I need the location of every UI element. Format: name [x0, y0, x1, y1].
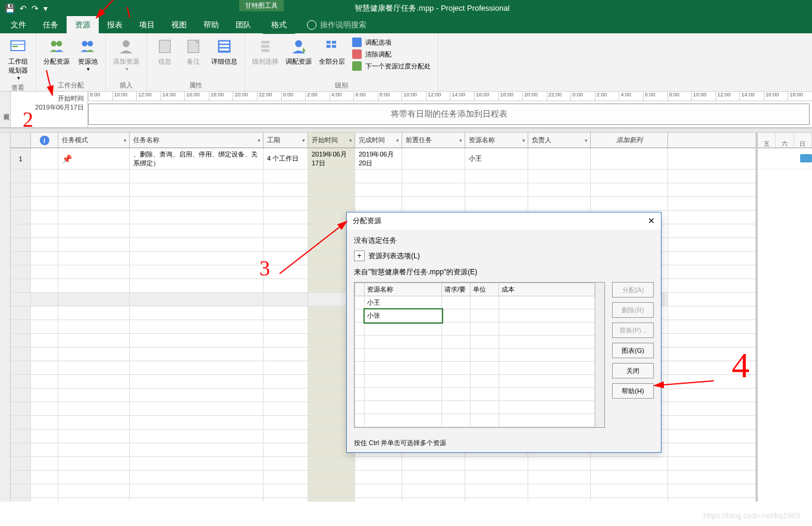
- resource-row[interactable]: [355, 336, 595, 349]
- grid-header: i 任务模式 任务名称 工期 开始时间 完成时间 前置任务 资源名称 负责人 添…: [11, 133, 755, 148]
- svg-point-7: [123, 40, 130, 48]
- notes-button: 备注: [179, 36, 208, 67]
- svg-point-6: [87, 41, 93, 46]
- col-owner[interactable]: 负责人: [528, 133, 591, 148]
- leveling-options-button[interactable]: 调配选项: [351, 37, 432, 48]
- tab-resource[interactable]: 资源: [67, 16, 99, 34]
- svg-rect-16: [261, 49, 269, 52]
- svg-rect-8: [159, 40, 171, 53]
- assign-resources-button[interactable]: 分配资源: [40, 36, 73, 67]
- splitter[interactable]: [0, 128, 812, 133]
- svg-point-5: [82, 41, 87, 46]
- col-start[interactable]: 开始时间: [308, 133, 355, 148]
- svg-point-4: [57, 41, 62, 46]
- close-icon[interactable]: ✕: [648, 216, 655, 226]
- resource-row[interactable]: 小王: [355, 296, 595, 309]
- resource-pool-button[interactable]: 资源池: [73, 36, 102, 73]
- clear-leveling-button[interactable]: 清除调配: [351, 49, 432, 60]
- table-row[interactable]: [11, 183, 755, 197]
- th-cost[interactable]: 成本: [499, 283, 595, 296]
- replace-button: 替换(P)...: [612, 323, 654, 338]
- resource-row[interactable]: [355, 349, 595, 362]
- tab-team[interactable]: 团队: [227, 16, 259, 34]
- col-info[interactable]: i: [31, 133, 58, 148]
- close-button[interactable]: 关闭: [612, 363, 654, 378]
- resource-row[interactable]: [355, 323, 595, 336]
- tab-format[interactable]: 格式: [263, 16, 295, 34]
- next-overallocation-button[interactable]: 下一个资源过度分配处: [351, 61, 432, 71]
- svg-rect-21: [327, 45, 331, 48]
- next-icon: [352, 61, 362, 71]
- th-unit[interactable]: 单位: [471, 283, 499, 296]
- resource-table[interactable]: 资源名称 请求/要 单位 成本 小王 小张: [354, 282, 605, 428]
- col-predecessors[interactable]: 前置任务: [402, 133, 465, 148]
- table-row[interactable]: [11, 170, 755, 183]
- resource-row[interactable]: [355, 401, 595, 414]
- save-icon[interactable]: 💾: [5, 4, 15, 13]
- tab-report[interactable]: 报表: [99, 16, 131, 34]
- assign-button: 分配(A): [612, 282, 654, 298]
- tab-project[interactable]: 项目: [131, 16, 163, 34]
- team-planner-button[interactable]: 工作组 规划器: [4, 36, 32, 82]
- table-row[interactable]: [11, 197, 755, 211]
- col-end[interactable]: 完成时间: [355, 133, 402, 148]
- gantt-row: [758, 148, 812, 170]
- qat-dropdown-icon[interactable]: ▾: [43, 4, 48, 13]
- col-duration[interactable]: 工期: [264, 133, 308, 148]
- table-row[interactable]: [11, 498, 755, 502]
- annotation-4: 4: [732, 345, 750, 386]
- level-selection-button: 级别选择: [249, 36, 282, 67]
- gantt-bar[interactable]: [800, 154, 812, 162]
- col-mode[interactable]: 任务模式: [58, 133, 130, 148]
- title-bar: 💾 ↶ ↷ ▾ 智慧健康餐厅任务.mpp - Project Professio…: [0, 0, 812, 17]
- table-row[interactable]: 1 📌 、删除、查询、启用、停用、绑定设备、关系绑定） 4 个工作日 2019年…: [11, 148, 755, 170]
- resource-row[interactable]: [355, 388, 595, 401]
- level-resource-button[interactable]: 调配资源: [282, 36, 315, 67]
- tab-task[interactable]: 任务: [35, 16, 67, 34]
- timeline-body[interactable]: 8:0010:0012:0014:0016:0018:0020:0022:000…: [88, 92, 812, 127]
- col-add-new[interactable]: 添加新列: [591, 133, 668, 148]
- table-row[interactable]: [11, 484, 755, 498]
- options-label: 资源列表选项(L): [368, 251, 420, 261]
- col-index[interactable]: [11, 133, 31, 148]
- resource-row[interactable]: [355, 414, 595, 427]
- tab-view[interactable]: 视图: [163, 16, 195, 34]
- delete-button: 删除(R): [612, 302, 654, 318]
- resource-row[interactable]: [355, 375, 595, 388]
- time-ruler: 8:0010:0012:0014:0016:0018:0020:0022:000…: [88, 92, 812, 101]
- grid-side: [0, 133, 11, 502]
- tell-me[interactable]: 操作说明搜索: [307, 20, 366, 30]
- no-task-label: 没有选定任务: [354, 236, 654, 246]
- gantt-chart[interactable]: 五 六 日: [755, 133, 812, 502]
- details-button[interactable]: 详细信息: [208, 36, 241, 67]
- expand-button[interactable]: +: [354, 251, 365, 261]
- table-row[interactable]: [11, 457, 755, 471]
- window-title: 智慧健康餐厅任务.mpp - Project Professional: [52, 3, 812, 14]
- svg-rect-22: [332, 45, 336, 48]
- gantt-header: 五 六 日: [758, 133, 812, 148]
- resource-row[interactable]: 小张: [355, 309, 595, 323]
- scrollbar[interactable]: [595, 283, 604, 427]
- tab-help[interactable]: 帮助: [195, 16, 227, 34]
- svg-rect-2: [12, 46, 18, 47]
- chart-button[interactable]: 图表(G): [612, 343, 654, 358]
- th-name[interactable]: 资源名称: [365, 283, 442, 296]
- help-button[interactable]: 帮助(H): [612, 383, 654, 399]
- col-resources[interactable]: 资源名称: [465, 133, 528, 148]
- quick-access-toolbar: 💾 ↶ ↷ ▾: [0, 4, 52, 13]
- clear-icon: [352, 49, 362, 59]
- assign-resources-dialog: 分配资源 ✕ 没有选定任务 + 资源列表选项(L) 来自"智慧健康餐厅任务.mp…: [346, 212, 661, 453]
- svg-rect-0: [11, 41, 24, 51]
- resource-row[interactable]: [355, 362, 595, 375]
- level-all-button[interactable]: 全部分层: [315, 36, 349, 67]
- th-req[interactable]: 请求/要: [442, 283, 471, 296]
- table-row[interactable]: [11, 471, 755, 484]
- ribbon-tabs: 文件 任务 资源 报表 项目 视图 帮助 团队 格式 操作说明搜索: [0, 17, 812, 33]
- redo-icon[interactable]: ↷: [32, 4, 39, 13]
- tab-file[interactable]: 文件: [2, 16, 35, 34]
- col-name[interactable]: 任务名称: [130, 133, 264, 148]
- undo-icon[interactable]: ↶: [20, 4, 27, 13]
- svg-point-3: [51, 41, 57, 46]
- options-icon: [352, 37, 362, 47]
- bulb-icon: [307, 20, 316, 30]
